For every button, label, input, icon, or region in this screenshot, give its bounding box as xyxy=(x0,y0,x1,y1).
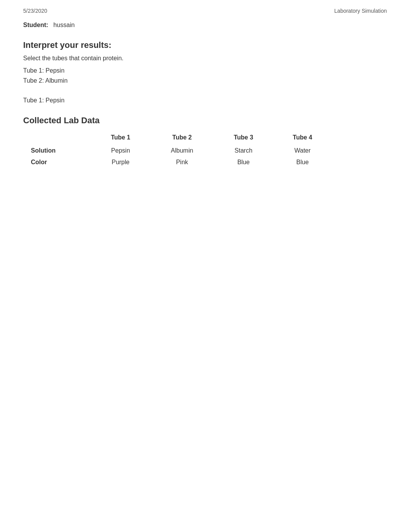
selected-answer: Tube 1: Pepsin xyxy=(23,97,387,104)
student-name: hussain xyxy=(53,22,75,28)
solution-row: Solution Pepsin Albumin Starch Water xyxy=(23,145,332,156)
solution-tube4: Water xyxy=(273,145,332,156)
col-header-tube1: Tube 1 xyxy=(91,130,150,145)
col-header-tube2: Tube 2 xyxy=(150,130,214,145)
solution-tube2: Albumin xyxy=(150,145,214,156)
color-tube4: Blue xyxy=(273,156,332,168)
header-date: 5/23/2020 xyxy=(23,8,47,14)
col-header-tube3: Tube 3 xyxy=(214,130,273,145)
color-tube3: Blue xyxy=(214,156,273,168)
color-row: Color Purple Pink Blue Blue xyxy=(23,156,332,168)
solution-tube1: Pepsin xyxy=(91,145,150,156)
interpret-heading: Interpret your results: xyxy=(23,40,387,50)
tube-list-item-1: Tube 1: Pepsin xyxy=(23,66,387,76)
interpret-instruction: Select the tubes that contain protein. xyxy=(23,55,387,62)
col-header-tube4: Tube 4 xyxy=(273,130,332,145)
color-tube1: Purple xyxy=(91,156,150,168)
color-label: Color xyxy=(23,156,91,168)
collected-data-heading: Collected Lab Data xyxy=(23,116,387,126)
solution-label: Solution xyxy=(23,145,91,156)
student-line: Student: hussain xyxy=(23,22,387,29)
collected-data-section: Collected Lab Data Tube 1 Tube 2 Tube 3 … xyxy=(23,116,387,168)
tube-list: Tube 1: Pepsin Tube 2: Albumin xyxy=(23,66,387,85)
data-table: Tube 1 Tube 2 Tube 3 Tube 4 Solution Pep… xyxy=(23,130,332,168)
solution-tube3: Starch xyxy=(214,145,273,156)
student-label: Student: xyxy=(23,22,48,28)
page-header: 5/23/2020 Laboratory Simulation xyxy=(23,8,387,14)
tube-list-item-2: Tube 2: Albumin xyxy=(23,76,387,86)
color-tube2: Pink xyxy=(150,156,214,168)
header-title: Laboratory Simulation xyxy=(334,8,387,14)
table-header-row: Tube 1 Tube 2 Tube 3 Tube 4 xyxy=(23,130,332,145)
col-header-empty xyxy=(23,130,91,145)
interpret-section: Interpret your results: Select the tubes… xyxy=(23,40,387,85)
